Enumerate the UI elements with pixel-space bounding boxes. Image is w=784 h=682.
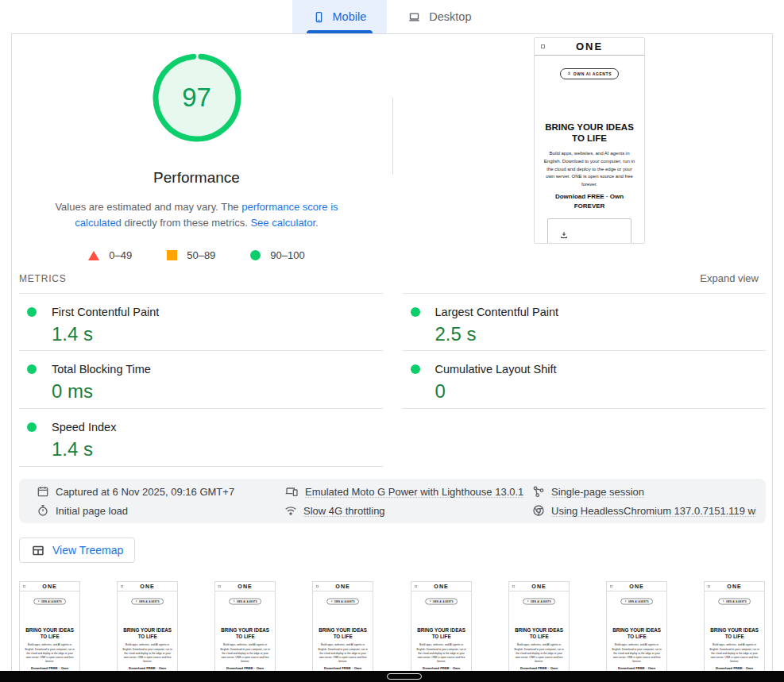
badge-row: OWN AI AGENTS: [607, 596, 666, 604]
page-screenshot: ONE OWN AI AGENTS BRING YOUR IDEAS TO LI…: [20, 582, 79, 672]
screenshot-site-header: ONE: [411, 582, 471, 591]
page-screenshot: ONE OWN AI AGENTS BRING YOUR IDEAS TO LI…: [509, 582, 569, 672]
performance-title: Performance: [12, 169, 381, 187]
hero-paragraph: Build apps, websites, and AI agents in E…: [411, 643, 471, 664]
own-ai-agents-badge: OWN AI AGENTS: [327, 598, 359, 604]
performance-score-section: 97 Performance Values are estimated and …: [12, 34, 381, 261]
badge-row: OWN AI AGENTS: [118, 596, 177, 604]
page-screenshot: ONE OWN AI AGENTS BRING YOUR IDEAS TO LI…: [118, 582, 177, 672]
metric-total-blocking-time: Total Blocking Time 0 ms: [19, 351, 383, 409]
metric-cumulative-layout-shift: Cumulative Layout Shift 0: [403, 351, 767, 409]
page-screenshot: ONE OWN AI AGENTS BRING YOUR IDEAS TO LI…: [411, 582, 471, 672]
view-treemap-label: View Treemap: [52, 544, 123, 557]
metric-first-contentful-paint: First Contentful Paint 1.4 s: [19, 293, 383, 351]
legend-fail: 0–49: [88, 249, 132, 261]
person-icon: [624, 600, 627, 603]
legend-fail-range: 0–49: [109, 249, 132, 261]
hero-heading: BRING YOUR IDEAS TO LIFE: [411, 627, 471, 640]
menu-icon: [415, 585, 417, 588]
person-icon: [331, 600, 334, 603]
tab-desktop[interactable]: Desktop: [387, 0, 492, 33]
own-ai-agents-badge: OWN AI AGENTS: [132, 598, 164, 604]
person-icon: [567, 71, 571, 75]
vertical-divider: [392, 98, 393, 175]
site-logo: ONE: [336, 583, 351, 590]
throttling: Slow 4G throttling: [284, 504, 532, 517]
screenshot-site-header: ONE: [215, 582, 275, 591]
download-icon: [560, 231, 568, 239]
menu-icon: [122, 585, 124, 588]
hero-heading: BRING YOUR IDEAS TO LIFE: [313, 627, 373, 640]
menu-icon: [317, 585, 319, 588]
own-ai-agents-badge: OWN AI AGENTS: [425, 598, 457, 604]
menu-icon: [23, 585, 25, 588]
filmstrip-thumbnail: ONE OWN AI AGENTS BRING YOUR IDEAS TO LI…: [508, 581, 570, 672]
own-ai-agents-badge: OWN AI AGENTS: [620, 598, 652, 604]
session-type: Single-page session: [532, 485, 756, 498]
filmstrip-thumbnail: ONE OWN AI AGENTS BRING YOUR IDEAS TO LI…: [117, 581, 178, 672]
pass-dot-icon: [411, 307, 420, 317]
metrics-grid: First Contentful Paint 1.4 s Largest Con…: [19, 293, 766, 467]
tab-mobile[interactable]: Mobile: [292, 0, 388, 33]
site-logo: ONE: [531, 583, 546, 590]
screenshot-site-header: ONE: [607, 582, 666, 591]
filmstrip-thumbnail: ONE OWN AI AGENTS BRING YOUR IDEAS TO LI…: [411, 581, 472, 672]
badge-row: OWN AI AGENTS: [509, 596, 569, 604]
filmstrip-thumbnail: ONE OWN AI AGENTS BRING YOUR IDEAS TO LI…: [704, 581, 765, 672]
screenshot-site-header: ONE: [705, 582, 764, 591]
menu-icon: [219, 585, 222, 588]
hero-heading: BRING YOUR IDEAS TO LIFE: [535, 121, 644, 145]
own-ai-agents-badge: OWN AI AGENTS: [33, 598, 65, 604]
screenshot-site-header: ONE: [313, 582, 373, 591]
performance-score-value: 97: [153, 53, 241, 142]
chrome-icon: [532, 504, 545, 517]
page-screenshot: ONE OWN AI AGENTS BRING YOUR IDEAS TO LI…: [215, 582, 275, 672]
pass-dot-icon: [411, 364, 420, 374]
own-ai-agents-badge: OWN AI AGENTS: [718, 598, 750, 604]
score-description: Values are estimated and may vary. The p…: [48, 199, 346, 231]
screenshot-site-header: ONE: [20, 582, 79, 591]
metric-value: 1.4 s: [52, 323, 383, 345]
own-ai-agents-badge: OWN AI AGENTS: [230, 598, 261, 604]
hero-paragraph: Build apps, websites, and AI agents in E…: [215, 643, 275, 664]
person-icon: [722, 600, 724, 603]
hero-paragraph: Build apps, websites, and AI agents in E…: [705, 643, 764, 664]
view-treemap-button[interactable]: View Treemap: [19, 538, 135, 563]
hero-heading: BRING YOUR IDEAS TO LIFE: [215, 627, 275, 640]
device-tabbar: Mobile Desktop: [0, 0, 784, 33]
filmstrip-thumbnail: ONE OWN AI AGENTS BRING YOUR IDEAS TO LI…: [606, 581, 667, 672]
badge-row: OWN AI AGENTS: [535, 64, 644, 79]
calendar-icon: [37, 485, 49, 498]
site-logo: ONE: [727, 583, 742, 590]
menu-icon: [708, 585, 710, 588]
metric-value: 0 ms: [52, 380, 383, 403]
final-screenshot-preview: ONE OWN AI AGENTS BRING YOUR IDEAS TO LI…: [534, 37, 645, 244]
hero-paragraph: Build apps, websites, and AI agents in E…: [20, 643, 79, 664]
filmstrip-thumbnail: ONE OWN AI AGENTS BRING YOUR IDEAS TO LI…: [312, 581, 373, 672]
metrics-header: METRICS Expand view: [19, 272, 759, 284]
performance-gauge[interactable]: 97: [153, 53, 241, 142]
site-logo: ONE: [42, 583, 57, 590]
hero-cta-text: Download FREE · Own FOREVER: [548, 192, 631, 210]
page-screenshot: ONE OWN AI AGENTS BRING YOUR IDEAS TO LI…: [535, 38, 644, 244]
expand-view-button[interactable]: Expand view: [700, 272, 759, 284]
scroll-handle[interactable]: [387, 673, 422, 680]
captured-at: Captured at 6 Nov 2025, 09:16 GMT+7: [37, 485, 284, 498]
emulated-device: Emulated Moto G Power with Lighthouse 13…: [284, 485, 532, 498]
menu-icon: [512, 585, 515, 588]
session-icon: [532, 485, 545, 498]
filmstrip-thumbnail: ONE OWN AI AGENTS BRING YOUR IDEAS TO LI…: [19, 581, 80, 672]
smartphone-icon: [313, 11, 325, 23]
badge-row: OWN AI AGENTS: [411, 596, 471, 604]
person-icon: [135, 600, 137, 603]
hero-heading: BRING YOUR IDEAS TO LIFE: [705, 627, 764, 640]
person-icon: [527, 600, 529, 603]
bottom-dark-bar: [0, 671, 784, 682]
tab-mobile-label: Mobile: [333, 10, 367, 23]
site-logo: ONE: [629, 583, 644, 590]
see-calculator-link[interactable]: See calculator.: [250, 217, 318, 229]
pass-dot-icon: [27, 364, 37, 374]
tab-desktop-label: Desktop: [429, 10, 471, 23]
download-card: [547, 218, 631, 244]
person-icon: [234, 600, 236, 603]
